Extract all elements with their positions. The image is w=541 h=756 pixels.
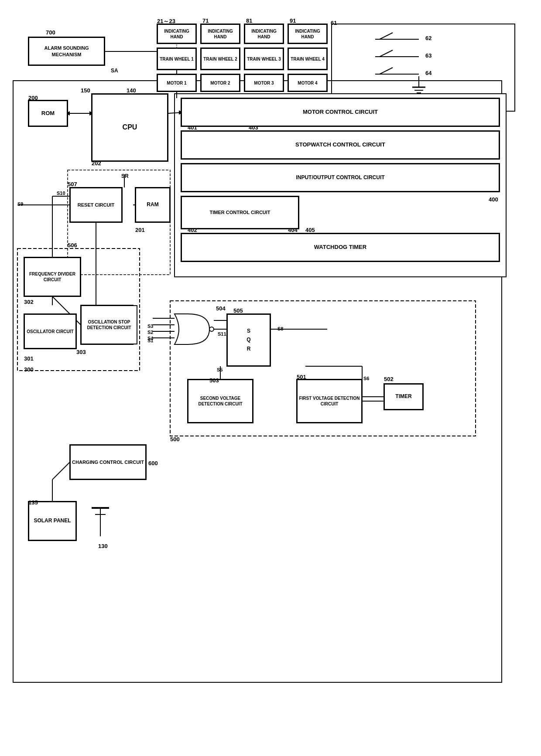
svg-rect-89 (68, 170, 170, 275)
label-505: 505 (233, 307, 243, 314)
label-81: 81 (246, 17, 252, 24)
svg-line-18 (380, 50, 393, 57)
s10-label: S10 (57, 191, 65, 196)
label-301: 301 (24, 355, 34, 362)
cpu-box: CPU (92, 94, 168, 161)
alarm-sounding-box: ALARM SOUNDING MECHANISM (28, 37, 105, 65)
s9-label: S9 (17, 201, 23, 207)
label-303: 303 (76, 349, 86, 355)
label-600: 600 (148, 460, 158, 467)
first-voltage-box: FIRST VOLTAGE DETECTION CIRCUIT (297, 379, 362, 423)
sr-label: SR (121, 173, 129, 179)
label-504: 504 (216, 305, 226, 312)
label-503: 503 (209, 377, 219, 384)
s3-label: S3 (147, 324, 153, 329)
label-402: 402 (188, 227, 197, 233)
motor-3-box: MOTOR 3 (244, 74, 284, 92)
s5-label: S5 (217, 367, 223, 372)
s2-label: S2 (147, 330, 153, 335)
label-507: 507 (68, 181, 77, 187)
label-501: 501 (297, 374, 306, 380)
label-2123: 21～23 (157, 17, 175, 25)
charging-control-box: CHARGING CONTROL CIRCUIT (70, 445, 146, 480)
motor-control-box: MOTOR CONTROL CIRCUIT (181, 98, 500, 126)
indicating-hand-4-box: INDICATING HAND (288, 24, 327, 44)
timer-box: TIMER (384, 384, 423, 410)
label-202: 202 (92, 160, 101, 167)
label-401: 401 (188, 124, 197, 131)
label-61: 61 (331, 20, 337, 26)
motor-1-box: MOTOR 1 (157, 74, 196, 92)
label-71: 71 (202, 17, 209, 24)
sa-label: SA (111, 68, 118, 74)
indicating-hand-2-box: INDICATING HAND (201, 24, 240, 44)
label-302: 302 (24, 299, 34, 305)
ram-box: RAM (135, 187, 170, 222)
s-label: S (247, 328, 250, 335)
train-wheel-3-box: TRAIN WHEEL 3 (244, 48, 284, 70)
timer-control-box: TIMER CONTROL CIRCUIT (181, 196, 299, 229)
label-64: 64 (425, 70, 431, 76)
s11-label: S11 (218, 331, 226, 337)
train-wheel-1-box: TRAIN WHEEL 1 (157, 48, 196, 70)
s1-label: S1 (147, 338, 153, 343)
train-wheel-2-box: TRAIN WHEEL 2 (201, 48, 240, 70)
oscillator-circuit-box: OSCILLATOR CIRCUIT (24, 314, 76, 349)
svg-line-17 (380, 33, 393, 39)
label-62: 62 (425, 35, 431, 41)
label-403: 403 (249, 124, 258, 131)
label-405: 405 (305, 227, 315, 233)
label-300: 300 (24, 366, 34, 373)
s6-label: S6 (363, 376, 369, 381)
svg-point-44 (209, 327, 214, 331)
label-400: 400 (489, 196, 498, 203)
label-135: 135 (28, 499, 38, 506)
label-201: 201 (135, 227, 145, 233)
q-label: Q (247, 337, 250, 344)
label-130: 130 (98, 543, 108, 549)
rom-box: ROM (28, 100, 68, 126)
label-150: 150 (81, 87, 90, 94)
circuit-diagram: INDICATING HAND INDICATING HAND INDICATI… (0, 0, 541, 756)
label-63: 63 (425, 52, 431, 59)
motor-4-box: MOTOR 4 (288, 74, 327, 92)
sr-flipflop-box: S Q R (227, 314, 270, 366)
second-voltage-box: SECOND VOLTAGE DETECTION CIRCUIT (188, 379, 253, 423)
label-500: 500 (170, 436, 180, 443)
solar-panel-box: SOLAR PANEL (28, 501, 76, 541)
label-404: 404 (288, 227, 298, 233)
r-label: R (247, 346, 251, 353)
label-140: 140 (127, 87, 136, 94)
svg-line-19 (380, 68, 393, 74)
label-200: 200 (28, 95, 38, 101)
watchdog-timer-box: WATCHDOG TIMER (181, 233, 500, 262)
frequency-divider-box: FREQUENCY DIVIDER CIRCUIT (24, 257, 81, 296)
indicating-hand-1-box: INDICATING HAND (157, 24, 196, 44)
svg-line-59 (168, 112, 181, 113)
train-wheel-4-box: TRAIN WHEEL 4 (288, 48, 327, 70)
oscillation-stop-box: OSCILLATION STOP DETECTION CIRCUIT (81, 305, 137, 344)
stopwatch-control-box: STOPWATCH CONTROL CIRCUIT (181, 131, 500, 159)
io-control-box: INPUT/OUTPUT CONTROL CIRCUIT (181, 163, 500, 192)
motor-2-box: MOTOR 2 (201, 74, 240, 92)
label-502: 502 (384, 376, 394, 382)
label-700: 700 (46, 29, 55, 36)
indicating-hand-3-box: INDICATING HAND (244, 24, 284, 44)
label-506: 506 (68, 242, 77, 249)
s8-label: S8 (277, 326, 283, 331)
label-91: 91 (290, 17, 296, 24)
reset-circuit-box: RESET CIRCUIT (70, 187, 122, 222)
svg-line-87 (52, 462, 70, 480)
